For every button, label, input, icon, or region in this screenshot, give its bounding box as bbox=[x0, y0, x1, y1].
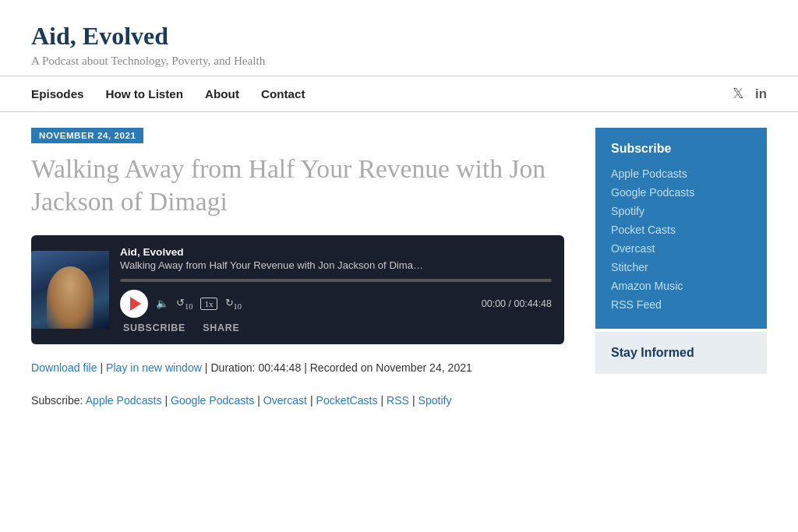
episode-title: Walking Away from Half Your Revenue with… bbox=[31, 153, 564, 218]
sidebar-subscribe-links: Apple Podcasts Google Podcasts Spotify P… bbox=[611, 167, 751, 312]
player-time: 00:00 / 00:44:48 bbox=[482, 298, 552, 309]
subscribe-spotify[interactable]: Spotify bbox=[418, 394, 452, 407]
play-button[interactable] bbox=[120, 290, 148, 318]
sidebar-apple-podcasts[interactable]: Apple Podcasts bbox=[611, 167, 687, 180]
player-show-name: Aid, Evolved bbox=[120, 246, 552, 258]
subscribe-apple-podcasts[interactable]: Apple Podcasts bbox=[86, 394, 162, 407]
subscribe-rss[interactable]: RSS bbox=[387, 394, 409, 407]
subscribe-prefix: Subscribe: bbox=[31, 394, 86, 407]
player-bottom-controls: SUBSCRIBE SHARE bbox=[120, 322, 552, 333]
sidebar-stay-informed-title: Stay Informed bbox=[611, 346, 751, 360]
site-header: Aid, Evolved A Podcast about Technology,… bbox=[0, 0, 798, 76]
subscribe-button[interactable]: SUBSCRIBE bbox=[123, 322, 185, 333]
subscribe-line: Subscribe: Apple Podcasts | Google Podca… bbox=[31, 390, 564, 411]
sidebar-overcast[interactable]: Overcast bbox=[611, 242, 655, 255]
duration-text: | Duration: 00:44:48 | Recorded on Novem… bbox=[205, 361, 472, 374]
nav-links: Episodes How to Listen About Contact bbox=[31, 87, 305, 101]
date-badge: NOVEMBER 24, 2021 bbox=[31, 128, 143, 143]
nav-social: 𝕏 in bbox=[733, 86, 767, 102]
sidebar-spotify[interactable]: Spotify bbox=[611, 205, 644, 217]
time-total: 00:44:48 bbox=[514, 298, 552, 309]
player-thumbnail bbox=[31, 251, 109, 329]
nav-how-to-listen[interactable]: How to Listen bbox=[106, 87, 184, 100]
content-area: NOVEMBER 24, 2021 Walking Away from Half… bbox=[31, 128, 595, 411]
player-controls: 🔈 ↺10 1x ↻10 00:00 / 00:44:48 bbox=[120, 290, 552, 318]
site-title: Aid, Evolved bbox=[31, 22, 767, 51]
subscribe-pocketcasts[interactable]: PocketCasts bbox=[316, 394, 378, 407]
sidebar-stitcher[interactable]: Stitcher bbox=[611, 261, 648, 273]
sidebar: Subscribe Apple Podcasts Google Podcasts… bbox=[595, 128, 767, 374]
rewind-icon[interactable]: ↺10 bbox=[176, 297, 192, 311]
audio-player: Aid, Evolved Walking Away from Half Your… bbox=[31, 235, 564, 344]
site-tagline: A Podcast about Technology, Poverty, and… bbox=[31, 54, 767, 68]
share-button[interactable]: SHARE bbox=[203, 322, 239, 333]
time-current: 00:00 bbox=[482, 298, 506, 309]
sidebar-pocket-casts[interactable]: Pocket Casts bbox=[611, 224, 676, 236]
player-thumbnail-image bbox=[31, 251, 109, 329]
main-layout: NOVEMBER 24, 2021 Walking Away from Half… bbox=[0, 112, 798, 442]
sidebar-amazon-music[interactable]: Amazon Music bbox=[611, 280, 683, 292]
volume-icon[interactable]: 🔈 bbox=[156, 298, 168, 310]
download-file-link[interactable]: Download file bbox=[31, 361, 97, 374]
player-content: Aid, Evolved Walking Away from Half Your… bbox=[120, 246, 552, 333]
forward-icon[interactable]: ↻10 bbox=[225, 297, 242, 311]
twitter-icon[interactable]: 𝕏 bbox=[733, 86, 744, 102]
nav-about[interactable]: About bbox=[205, 87, 239, 100]
sidebar-subscribe-title: Subscribe bbox=[611, 142, 751, 156]
sidebar-rss-feed[interactable]: RSS Feed bbox=[611, 298, 662, 311]
sidebar-subscribe-section: Subscribe Apple Podcasts Google Podcasts… bbox=[595, 128, 767, 329]
sidebar-google-podcasts[interactable]: Google Podcasts bbox=[611, 186, 694, 199]
sidebar-stay-informed-section: Stay Informed bbox=[595, 332, 767, 374]
player-episode-title: Walking Away from Half Your Revenue with… bbox=[120, 259, 552, 271]
nav-episodes[interactable]: Episodes bbox=[31, 87, 84, 100]
play-icon bbox=[130, 297, 141, 311]
subscribe-overcast[interactable]: Overcast bbox=[263, 394, 307, 407]
site-nav: Episodes How to Listen About Contact 𝕏 i… bbox=[0, 76, 798, 112]
linkedin-icon[interactable]: in bbox=[755, 86, 767, 102]
player-progress-bar[interactable] bbox=[120, 279, 552, 282]
file-links-separator-1: | bbox=[100, 361, 106, 374]
speed-badge[interactable]: 1x bbox=[200, 298, 217, 310]
nav-contact[interactable]: Contact bbox=[261, 87, 305, 100]
subscribe-google-podcasts[interactable]: Google Podcasts bbox=[171, 394, 254, 407]
play-window-link[interactable]: Play in new window bbox=[106, 361, 202, 374]
file-links: Download file | Play in new window | Dur… bbox=[31, 358, 564, 378]
